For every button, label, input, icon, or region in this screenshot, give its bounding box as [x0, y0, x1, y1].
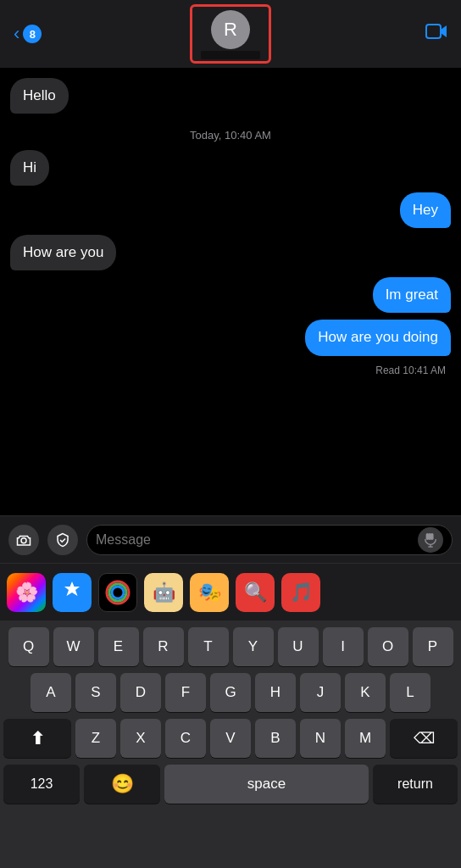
key-j[interactable]: J: [300, 673, 341, 712]
key-g[interactable]: G: [210, 673, 251, 712]
key-c[interactable]: C: [165, 719, 206, 758]
keyboard-row-2: A S D F G H J K L: [3, 673, 458, 712]
photos-app-icon[interactable]: 🌸: [7, 573, 46, 612]
return-key[interactable]: return: [373, 765, 458, 804]
key-w[interactable]: W: [53, 627, 94, 666]
key-z[interactable]: Z: [75, 719, 116, 758]
key-h[interactable]: H: [255, 673, 296, 712]
video-call-button[interactable]: [425, 23, 447, 45]
space-key[interactable]: space: [164, 765, 369, 804]
key-u[interactable]: U: [278, 627, 319, 666]
back-chevron-icon: ‹: [14, 23, 19, 45]
svg-point-9: [112, 587, 124, 598]
timestamp: Today, 10:40 AM: [10, 129, 451, 142]
key-e[interactable]: E: [98, 627, 139, 666]
keyboard-row-1: Q W E R T Y U I O P: [3, 627, 458, 666]
key-b[interactable]: B: [255, 719, 296, 758]
memoji-icon[interactable]: 🤖: [144, 573, 183, 612]
key-x[interactable]: X: [120, 719, 161, 758]
bubble-incoming-how-are-you: How are you: [10, 235, 116, 270]
emoji-key[interactable]: 😊: [84, 765, 160, 804]
delete-key[interactable]: ⌫: [390, 719, 458, 758]
message-row-5: Im great: [10, 277, 451, 313]
memoji2-icon[interactable]: 🎭: [190, 573, 229, 612]
app-icons-row: 🌸 🤖 🎭 🔍 🎵: [0, 563, 461, 620]
message-input[interactable]: [96, 532, 413, 548]
audio-record-button[interactable]: [418, 527, 443, 553]
keyboard-row-3: ⬆ Z X C V B N M ⌫: [3, 719, 458, 758]
svg-rect-4: [430, 532, 434, 539]
message-row-2: Hi: [10, 150, 451, 186]
avatar: R: [211, 10, 250, 49]
key-f[interactable]: F: [165, 673, 206, 712]
key-o[interactable]: O: [368, 627, 408, 666]
svg-point-1: [21, 537, 26, 542]
key-p[interactable]: P: [413, 627, 453, 666]
message-input-wrap[interactable]: [86, 525, 453, 555]
messages-area: Hello Today, 10:40 AM Hi Hey How are you…: [0, 68, 461, 515]
contact-name-bar: [201, 51, 260, 59]
keyboard-bottom-row: 123 😊 space return: [3, 765, 458, 804]
key-q[interactable]: Q: [8, 627, 49, 666]
bubble-outgoing-im-great: Im great: [373, 277, 451, 313]
read-receipt: Read 10:41 AM: [10, 364, 451, 376]
key-l[interactable]: L: [390, 673, 430, 712]
key-i[interactable]: I: [323, 627, 364, 666]
message-row-6: How are you doing: [10, 320, 451, 355]
message-row-3: Hey: [10, 192, 451, 228]
key-d[interactable]: D: [120, 673, 161, 712]
numbers-key[interactable]: 123: [3, 765, 80, 804]
appstore-button[interactable]: [47, 525, 78, 555]
bubble-incoming-hi: Hi: [10, 150, 49, 186]
camera-button[interactable]: [8, 525, 39, 555]
activity-icon[interactable]: [98, 573, 137, 612]
key-s[interactable]: S: [75, 673, 116, 712]
key-a[interactable]: A: [31, 673, 71, 712]
contact-info[interactable]: R: [190, 4, 271, 64]
shift-key[interactable]: ⬆: [3, 719, 71, 758]
bubble-outgoing-hey: Hey: [400, 192, 451, 228]
key-k[interactable]: K: [345, 673, 386, 712]
music-icon[interactable]: 🎵: [281, 573, 320, 612]
key-n[interactable]: N: [300, 719, 341, 758]
key-y[interactable]: Y: [233, 627, 274, 666]
bubble-outgoing-how-are-you-doing: How are you doing: [305, 320, 451, 355]
message-row-4: How are you: [10, 235, 451, 270]
appstore-icon[interactable]: [53, 573, 92, 612]
key-v[interactable]: V: [210, 719, 251, 758]
message-row-1: Hello: [10, 78, 451, 114]
back-button[interactable]: ‹ 8: [14, 23, 42, 45]
header: ‹ 8 R: [0, 0, 461, 68]
key-r[interactable]: R: [143, 627, 184, 666]
input-bar: [0, 515, 461, 563]
bubble-incoming-hello: Hello: [10, 78, 69, 114]
back-badge: 8: [23, 25, 42, 43]
svg-rect-0: [426, 25, 441, 38]
key-t[interactable]: T: [188, 627, 229, 666]
keyboard: Q W E R T Y U I O P A S D F G H J K L ⬆ …: [0, 620, 461, 868]
key-m[interactable]: M: [345, 719, 386, 758]
globe-search-icon[interactable]: 🔍: [236, 573, 275, 612]
